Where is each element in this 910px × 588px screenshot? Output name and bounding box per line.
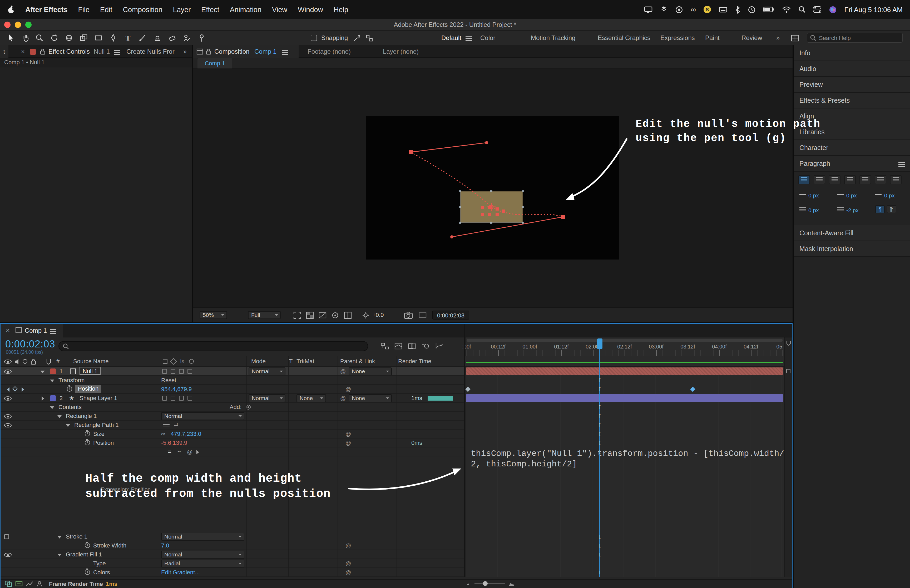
gradient-type-dropdown[interactable]: Radial [161, 560, 244, 567]
menu-edit[interactable]: Edit [100, 5, 112, 13]
battery-status-icon[interactable] [763, 6, 775, 13]
property-row-type[interactable]: Type Radial @ [0, 559, 464, 568]
timeline-zoom-slider[interactable] [475, 583, 505, 584]
effect-switch-icon[interactable] [187, 369, 192, 374]
s-badge-status-icon[interactable]: S [703, 5, 712, 14]
visibility-eye-icon[interactable] [4, 553, 11, 557]
group-row-contents[interactable]: Contents Add: [0, 403, 464, 412]
column-trkmat[interactable]: TrkMat [296, 358, 314, 364]
column-mode[interactable]: Mode [251, 358, 266, 364]
group-name-stroke1[interactable]: Stroke 1 [66, 533, 87, 540]
layer-name-shape[interactable]: Shape Layer 1 [79, 395, 117, 401]
null1-layer-bar[interactable] [466, 367, 783, 375]
expand-arrow-icon[interactable] [57, 415, 61, 420]
stopwatch-icon[interactable] [67, 386, 72, 392]
comp-button-icon[interactable] [786, 369, 790, 373]
property-name-position[interactable]: Position [75, 385, 101, 393]
property-name-type[interactable]: Type [93, 560, 106, 566]
stopwatch-icon[interactable] [85, 570, 90, 575]
expand-arrow-icon[interactable] [57, 536, 61, 541]
infinity-status-icon[interactable]: ∞ [691, 5, 696, 14]
close-panel-icon[interactable]: × [6, 326, 10, 334]
stroke-width-value[interactable]: 7.0 [161, 542, 169, 549]
text-direction-ltr-button[interactable]: ¶ [875, 205, 885, 213]
tab-create-nulls[interactable]: Create Nulls Fror [126, 48, 175, 55]
shape-layer-bar[interactable] [466, 394, 783, 402]
justify-last-center-button[interactable] [860, 175, 871, 184]
visibility-eye-icon[interactable] [4, 414, 11, 418]
group-row-stroke1[interactable]: Stroke 1 Normal [0, 532, 464, 541]
motion-blur-icon[interactable] [422, 343, 430, 349]
snapshot-camera-icon[interactable] [404, 311, 413, 319]
comp-marker-icon[interactable] [786, 341, 791, 346]
control-center-icon[interactable] [813, 6, 822, 13]
view-layout-icon[interactable] [344, 312, 352, 319]
timeline-tab-label[interactable]: Comp 1 [25, 327, 47, 334]
expression-enable-icon[interactable]: = [168, 449, 171, 455]
mask-visibility-icon[interactable] [318, 312, 327, 319]
panel-header-audio[interactable]: Audio [794, 61, 910, 77]
panel-header-preview[interactable]: Preview [794, 77, 910, 93]
effect-switch-icon[interactable] [187, 396, 192, 401]
menu-file[interactable]: File [78, 5, 90, 13]
group-name-transform[interactable]: Transform [58, 377, 84, 383]
property-name-colors[interactable]: Colors [93, 569, 110, 575]
indent-left-field[interactable]: 0 px [808, 192, 819, 199]
menu-window[interactable]: Window [298, 5, 323, 13]
composition-frame[interactable] [366, 116, 619, 260]
layer-name-null1[interactable]: Null 1 [79, 367, 100, 375]
add-keyframe-icon[interactable] [12, 386, 18, 391]
transparency-grid-icon[interactable] [306, 312, 314, 319]
keyboard-status-icon[interactable] [719, 6, 727, 13]
close-panel-icon[interactable]: × [21, 48, 25, 55]
app-menu-title[interactable]: After Effects [25, 5, 68, 13]
label-color-chip[interactable] [50, 395, 56, 401]
menu-animation[interactable]: Animation [230, 5, 262, 13]
apple-menu-icon[interactable] [7, 5, 15, 14]
resolution-dropdown[interactable]: Full [248, 311, 281, 319]
display-status-icon[interactable] [644, 6, 653, 13]
visibility-eye-icon[interactable] [4, 423, 11, 427]
hand-tool-icon[interactable] [21, 33, 31, 43]
position-value[interactable]: 954.4,679.9 [161, 386, 192, 392]
workspace-tab-default[interactable]: Default [441, 34, 461, 42]
tab-overflow-chevrons[interactable]: » [183, 48, 187, 55]
property-row-stroke-width[interactable]: Stroke Width 7.0 @ [0, 541, 464, 550]
pickwhip-icon[interactable]: @ [346, 569, 351, 575]
show-snapshot-icon[interactable] [419, 312, 427, 318]
group-row-transform[interactable]: Transform Reset [0, 376, 464, 385]
quality-switch-icon[interactable] [179, 396, 184, 401]
parent-pickwhip-icon[interactable]: @ [340, 395, 346, 401]
parent-pickwhip-icon[interactable]: @ [340, 368, 346, 374]
time-machine-status-icon[interactable] [748, 5, 756, 13]
expand-arrow-icon[interactable] [66, 424, 70, 429]
window-title-bar[interactable]: Adobe After Effects 2022 - Untitled Proj… [0, 19, 910, 31]
rectangle1-blend-dropdown[interactable]: Normal [161, 412, 244, 420]
siri-status-icon[interactable] [829, 5, 837, 13]
panel-header-content-aware-fill[interactable]: Content-Aware Fill [794, 225, 910, 241]
property-row-position[interactable]: Position 954.4,679.9 @ [0, 385, 464, 394]
shy-switch-icon[interactable] [162, 396, 167, 401]
zoom-tool-icon[interactable] [35, 33, 44, 43]
parent-dropdown[interactable]: None [349, 394, 392, 402]
shy-switch-icon[interactable] [162, 369, 167, 374]
roto-brush-tool-icon[interactable] [182, 33, 192, 43]
panel-header-mask-interpolation[interactable]: Mask Interpolation [794, 241, 910, 257]
outline-graph-divider[interactable] [464, 324, 465, 577]
group-name-gradient-fill[interactable]: Gradient Fill 1 [66, 551, 102, 557]
indent-right-field[interactable]: 0 px [846, 192, 857, 199]
pickwhip-icon[interactable]: @ [346, 560, 351, 566]
blend-mode-dropdown[interactable]: Normal [249, 394, 285, 402]
tab-effect-controls[interactable]: Effect Controls [48, 48, 90, 55]
align-center-button[interactable] [814, 175, 825, 184]
pickwhip-icon[interactable]: @ [346, 439, 351, 446]
workspace-tab-essential-graphics[interactable]: Essential Graphics [598, 34, 650, 42]
group-name-contents[interactable]: Contents [58, 404, 82, 410]
playhead-line[interactable] [599, 338, 600, 577]
browser-status-icon[interactable] [676, 5, 683, 13]
shape-tool-icon[interactable] [94, 33, 103, 43]
current-timecode[interactable]: 0:00:02:03 [5, 338, 55, 350]
justify-last-right-button[interactable] [875, 175, 886, 184]
help-search-input[interactable] [819, 34, 892, 41]
zoom-in-mountains-icon[interactable] [508, 581, 515, 586]
